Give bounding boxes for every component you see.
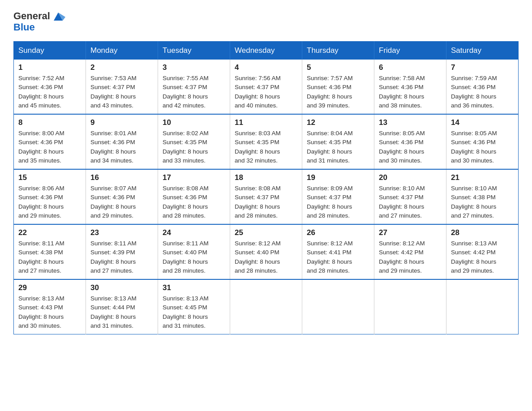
day-info: Sunrise: 8:13 AM Sunset: 4:44 PM Dayligh… (90, 294, 153, 330)
day-cell: 25 Sunrise: 8:12 AM Sunset: 4:40 PM Dayl… (230, 224, 302, 279)
day-cell: 18 Sunrise: 8:08 AM Sunset: 4:37 PM Dayl… (230, 169, 302, 224)
day-number: 20 (379, 173, 442, 182)
day-cell: 19 Sunrise: 8:09 AM Sunset: 4:37 PM Dayl… (302, 169, 374, 224)
day-number: 18 (235, 173, 297, 182)
day-cell: 17 Sunrise: 8:08 AM Sunset: 4:36 PM Dayl… (158, 169, 230, 224)
day-number: 9 (90, 118, 153, 127)
day-info: Sunrise: 8:08 AM Sunset: 4:36 PM Dayligh… (163, 184, 225, 220)
day-number: 8 (18, 118, 81, 127)
logo: General Blue (13, 9, 66, 33)
day-info: Sunrise: 7:53 AM Sunset: 4:37 PM Dayligh… (90, 74, 153, 110)
day-cell: 1 Sunrise: 7:52 AM Sunset: 4:36 PM Dayli… (14, 60, 86, 114)
day-info: Sunrise: 8:11 AM Sunset: 4:38 PM Dayligh… (18, 239, 81, 275)
day-number: 2 (90, 63, 153, 72)
day-info: Sunrise: 8:00 AM Sunset: 4:36 PM Dayligh… (18, 129, 81, 165)
weekday-header-saturday: Saturday (446, 42, 519, 60)
day-info: Sunrise: 7:56 AM Sunset: 4:37 PM Dayligh… (235, 74, 297, 110)
day-number: 1 (18, 63, 81, 72)
day-cell: 7 Sunrise: 7:59 AM Sunset: 4:36 PM Dayli… (446, 60, 519, 114)
weekday-header-friday: Friday (374, 42, 446, 60)
day-info: Sunrise: 8:05 AM Sunset: 4:36 PM Dayligh… (379, 129, 442, 165)
day-info: Sunrise: 8:11 AM Sunset: 4:40 PM Dayligh… (163, 239, 225, 275)
day-cell: 8 Sunrise: 8:00 AM Sunset: 4:36 PM Dayli… (14, 114, 86, 169)
day-info: Sunrise: 8:02 AM Sunset: 4:35 PM Dayligh… (163, 129, 225, 165)
day-info: Sunrise: 8:11 AM Sunset: 4:39 PM Dayligh… (90, 239, 153, 275)
day-cell: 27 Sunrise: 8:12 AM Sunset: 4:42 PM Dayl… (374, 224, 446, 279)
weekday-header-sunday: Sunday (14, 42, 86, 60)
day-cell: 28 Sunrise: 8:13 AM Sunset: 4:42 PM Dayl… (446, 224, 519, 279)
day-cell: 10 Sunrise: 8:02 AM Sunset: 4:35 PM Dayl… (158, 114, 230, 169)
day-number: 6 (379, 63, 442, 72)
day-info: Sunrise: 8:12 AM Sunset: 4:42 PM Dayligh… (379, 239, 442, 275)
day-cell: 12 Sunrise: 8:04 AM Sunset: 4:35 PM Dayl… (302, 114, 374, 169)
day-cell: 13 Sunrise: 8:05 AM Sunset: 4:36 PM Dayl… (374, 114, 446, 169)
day-info: Sunrise: 8:09 AM Sunset: 4:37 PM Dayligh… (307, 184, 369, 220)
day-number: 29 (18, 283, 81, 292)
day-cell: 3 Sunrise: 7:55 AM Sunset: 4:37 PM Dayli… (158, 60, 230, 114)
day-number: 27 (379, 228, 442, 237)
day-number: 5 (307, 63, 369, 72)
day-number: 7 (451, 63, 514, 72)
weekday-header-thursday: Thursday (302, 42, 374, 60)
day-cell: 4 Sunrise: 7:56 AM Sunset: 4:37 PM Dayli… (230, 60, 302, 114)
day-info: Sunrise: 8:13 AM Sunset: 4:45 PM Dayligh… (163, 294, 225, 330)
day-cell: 20 Sunrise: 8:10 AM Sunset: 4:37 PM Dayl… (374, 169, 446, 224)
day-cell: 29 Sunrise: 8:13 AM Sunset: 4:43 PM Dayl… (14, 279, 86, 334)
day-info: Sunrise: 8:07 AM Sunset: 4:36 PM Dayligh… (90, 184, 153, 220)
day-number: 14 (451, 118, 514, 127)
calendar-table: SundayMondayTuesdayWednesdayThursdayFrid… (13, 41, 519, 334)
day-info: Sunrise: 8:12 AM Sunset: 4:41 PM Dayligh… (307, 239, 369, 275)
day-info: Sunrise: 8:08 AM Sunset: 4:37 PM Dayligh… (235, 184, 297, 220)
day-number: 24 (163, 228, 225, 237)
day-number: 21 (451, 173, 514, 182)
day-cell: 5 Sunrise: 7:57 AM Sunset: 4:36 PM Dayli… (302, 60, 374, 114)
day-cell: 23 Sunrise: 8:11 AM Sunset: 4:39 PM Dayl… (86, 224, 158, 279)
week-row-2: 8 Sunrise: 8:00 AM Sunset: 4:36 PM Dayli… (14, 114, 519, 169)
day-number: 28 (451, 228, 514, 237)
day-info: Sunrise: 8:01 AM Sunset: 4:36 PM Dayligh… (90, 129, 153, 165)
day-cell: 24 Sunrise: 8:11 AM Sunset: 4:40 PM Dayl… (158, 224, 230, 279)
day-number: 15 (18, 173, 81, 182)
day-number: 26 (307, 228, 369, 237)
day-info: Sunrise: 7:55 AM Sunset: 4:37 PM Dayligh… (163, 74, 225, 110)
day-info: Sunrise: 7:52 AM Sunset: 4:36 PM Dayligh… (18, 74, 81, 110)
day-info: Sunrise: 7:59 AM Sunset: 4:36 PM Dayligh… (451, 74, 514, 110)
day-cell (446, 279, 519, 334)
day-cell: 11 Sunrise: 8:03 AM Sunset: 4:35 PM Dayl… (230, 114, 302, 169)
day-cell: 6 Sunrise: 7:58 AM Sunset: 4:36 PM Dayli… (374, 60, 446, 114)
day-number: 13 (379, 118, 442, 127)
day-info: Sunrise: 8:10 AM Sunset: 4:37 PM Dayligh… (379, 184, 442, 220)
day-cell (374, 279, 446, 334)
day-cell: 2 Sunrise: 7:53 AM Sunset: 4:37 PM Dayli… (86, 60, 158, 114)
day-number: 31 (163, 283, 225, 292)
day-number: 12 (307, 118, 369, 127)
day-cell: 15 Sunrise: 8:06 AM Sunset: 4:36 PM Dayl… (14, 169, 86, 224)
logo-icon (51, 9, 65, 23)
day-number: 11 (235, 118, 297, 127)
day-info: Sunrise: 8:03 AM Sunset: 4:35 PM Dayligh… (235, 129, 297, 165)
day-info: Sunrise: 8:13 AM Sunset: 4:43 PM Dayligh… (18, 294, 81, 330)
day-number: 25 (235, 228, 297, 237)
day-cell: 16 Sunrise: 8:07 AM Sunset: 4:36 PM Dayl… (86, 169, 158, 224)
day-number: 3 (163, 63, 225, 72)
day-cell (302, 279, 374, 334)
weekday-header-tuesday: Tuesday (158, 42, 230, 60)
day-number: 22 (18, 228, 81, 237)
day-info: Sunrise: 8:10 AM Sunset: 4:38 PM Dayligh… (451, 184, 514, 220)
day-cell: 31 Sunrise: 8:13 AM Sunset: 4:45 PM Dayl… (158, 279, 230, 334)
weekday-header-monday: Monday (86, 42, 158, 60)
day-info: Sunrise: 7:57 AM Sunset: 4:36 PM Dayligh… (307, 74, 369, 110)
day-number: 10 (163, 118, 225, 127)
day-cell: 30 Sunrise: 8:13 AM Sunset: 4:44 PM Dayl… (86, 279, 158, 334)
day-cell: 9 Sunrise: 8:01 AM Sunset: 4:36 PM Dayli… (86, 114, 158, 169)
day-number: 4 (235, 63, 297, 72)
day-cell: 26 Sunrise: 8:12 AM Sunset: 4:41 PM Dayl… (302, 224, 374, 279)
week-row-1: 1 Sunrise: 7:52 AM Sunset: 4:36 PM Dayli… (14, 60, 519, 114)
week-row-4: 22 Sunrise: 8:11 AM Sunset: 4:38 PM Dayl… (14, 224, 519, 279)
day-info: Sunrise: 8:05 AM Sunset: 4:36 PM Dayligh… (451, 129, 514, 165)
day-number: 17 (163, 173, 225, 182)
day-info: Sunrise: 7:58 AM Sunset: 4:36 PM Dayligh… (379, 74, 442, 110)
day-cell: 14 Sunrise: 8:05 AM Sunset: 4:36 PM Dayl… (446, 114, 519, 169)
day-info: Sunrise: 8:12 AM Sunset: 4:40 PM Dayligh… (235, 239, 297, 275)
day-number: 23 (90, 228, 153, 237)
